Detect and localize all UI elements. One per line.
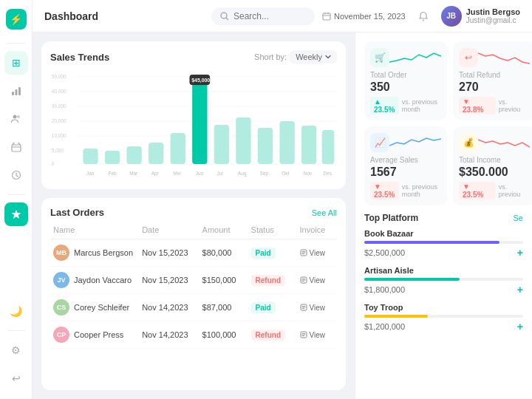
- svg-text:Mei: Mei: [173, 171, 181, 176]
- sidebar-item-settings[interactable]: ⚙: [4, 338, 28, 362]
- svg-rect-31: [149, 143, 163, 164]
- svg-text:20,000: 20,000: [52, 118, 66, 123]
- view-invoice-button[interactable]: View: [300, 249, 334, 257]
- chart-container: 50,000 40,000 30,000 20,000 10,000 5,000…: [50, 69, 337, 180]
- svg-rect-47: [301, 126, 316, 164]
- sidebar-item-logout[interactable]: ↩: [4, 366, 28, 390]
- sidebar-item-grid[interactable]: ⊞: [4, 51, 28, 75]
- user-avatar[interactable]: JB Justin Bergso Justin@gmail.c: [441, 6, 520, 27]
- stat-compare: vs. previous month: [402, 98, 441, 113]
- view-invoice-button[interactable]: View: [300, 331, 334, 339]
- stat-icon: 📈: [370, 133, 389, 152]
- platform-name: Artisan Aisle: [364, 266, 523, 275]
- sidebar-item-chart[interactable]: [4, 79, 28, 103]
- date-text: November 15, 2023: [334, 12, 406, 21]
- order-invoice[interactable]: View: [300, 249, 334, 257]
- stat-card-1: ↩ Total Refund 270 ▼ 23.8% vs. previou: [453, 41, 532, 120]
- platform-item: Toy Troop $1,200,000 +: [364, 303, 523, 332]
- stat-icon: 🛒: [370, 48, 389, 67]
- svg-text:Jan: Jan: [86, 171, 95, 176]
- stat-compare: vs. previou: [499, 98, 530, 113]
- platform-expand-button[interactable]: +: [517, 284, 523, 296]
- svg-rect-45: [279, 121, 294, 164]
- avatar-image: JB: [441, 6, 462, 27]
- search-icon: [220, 12, 229, 21]
- platform-item: Book Bazaar $2,500,000 +: [364, 229, 523, 259]
- mini-chart: [478, 132, 530, 153]
- status-badge: Paid: [251, 302, 276, 313]
- platform-bar: [364, 241, 499, 244]
- calendar-icon: [322, 12, 331, 21]
- view-invoice-button[interactable]: View: [300, 304, 334, 312]
- platform-amount-value: $1,800,000: [364, 285, 405, 294]
- svg-text:40,000: 40,000: [52, 89, 66, 94]
- invoice-icon: [300, 276, 307, 284]
- platform-bar-bg: [364, 278, 523, 281]
- svg-marker-7: [11, 210, 21, 219]
- order-name-text: Cooper Press: [74, 330, 123, 339]
- col-name: Name: [53, 225, 139, 234]
- platform-expand-button[interactable]: +: [517, 247, 523, 259]
- search-box[interactable]: [211, 7, 315, 25]
- see-all-orders[interactable]: See All: [312, 208, 337, 217]
- platform-see-all[interactable]: Se: [514, 214, 523, 222]
- order-name-text: Corey Schleifer: [74, 303, 129, 312]
- col-invoice: Invoice: [300, 225, 334, 234]
- chart-header: Sales Trends Short by: Weekly: [50, 50, 337, 64]
- order-status: Refund: [251, 275, 297, 286]
- app-container: ⚡ ⊞ 🌙 ⚙ ↩ Dashboard: [0, 0, 532, 399]
- stat-footer: ▼ 23.5% vs. previou: [459, 182, 530, 200]
- svg-rect-49: [322, 130, 335, 164]
- svg-text:Okt: Okt: [282, 171, 289, 176]
- order-amount: $100,000: [202, 330, 248, 339]
- sidebar-item-moon[interactable]: 🌙: [4, 299, 28, 323]
- notification-bell[interactable]: [413, 6, 434, 27]
- svg-rect-9: [323, 13, 330, 20]
- stat-label: Average Sales: [370, 156, 441, 164]
- sidebar-item-clock[interactable]: [4, 163, 28, 187]
- avatar-name: Justin Bergso: [466, 7, 520, 16]
- order-invoice[interactable]: View: [300, 304, 334, 312]
- platform-bar-bg: [364, 315, 523, 318]
- svg-rect-27: [105, 151, 120, 164]
- sidebar-item-people[interactable]: [4, 107, 28, 131]
- platform-name: Toy Troop: [364, 303, 523, 312]
- sidebar-divider-2: [7, 194, 25, 195]
- status-badge: Refund: [251, 275, 285, 286]
- svg-point-10: [423, 19, 424, 21]
- sort-dropdown[interactable]: Weekly: [290, 50, 337, 64]
- platform-amount-value: $1,200,000: [364, 322, 405, 331]
- platform-list: Book Bazaar $2,500,000 + Artisan Aisle $…: [364, 229, 523, 332]
- invoice-icon: [300, 331, 307, 338]
- orders-title: Last Orders: [50, 207, 104, 218]
- platform-expand-button[interactable]: +: [517, 321, 523, 332]
- header-date: November 15, 2023: [322, 12, 406, 21]
- stat-footer: ▼ 23.8% vs. previou: [459, 97, 530, 115]
- sidebar-item-box[interactable]: [4, 135, 28, 159]
- svg-text:0: 0: [52, 161, 55, 166]
- col-status: Status: [251, 225, 297, 234]
- avatar-email: Justin@gmail.c: [466, 16, 520, 24]
- search-input[interactable]: [233, 11, 300, 21]
- sidebar-divider: [7, 43, 25, 44]
- svg-text:5,000: 5,000: [52, 148, 64, 153]
- svg-rect-35: [192, 81, 207, 164]
- platform-title: Top Platform: [364, 213, 418, 223]
- view-invoice-button[interactable]: View: [300, 276, 334, 284]
- sidebar-item-star[interactable]: [4, 202, 28, 226]
- svg-point-3: [13, 115, 16, 119]
- order-invoice[interactable]: View: [300, 276, 334, 284]
- svg-rect-5: [12, 145, 21, 151]
- stat-change: ▼ 23.5%: [459, 182, 496, 200]
- invoice-icon: [300, 249, 307, 256]
- order-invoice[interactable]: View: [300, 331, 334, 339]
- platform-item: Artisan Aisle $1,800,000 +: [364, 266, 523, 296]
- stat-footer: ▼ 23.5% vs. previous month: [370, 182, 441, 200]
- svg-rect-33: [171, 133, 185, 164]
- order-amount: $150,000: [202, 276, 248, 284]
- order-name: CS Corey Schleifer: [53, 299, 139, 316]
- svg-text:Jul: Jul: [216, 171, 223, 176]
- status-badge: Paid: [251, 248, 276, 259]
- stat-label: Total Refund: [459, 71, 530, 79]
- mini-chart: [478, 47, 530, 68]
